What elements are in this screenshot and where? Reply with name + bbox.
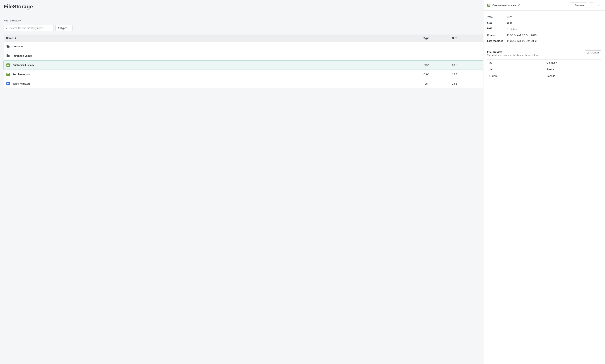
fullscreen-icon [587,52,589,54]
fullscreen-label: Fullscreen [590,52,599,54]
preview-title: File preview [487,51,585,53]
row-name-cell: Purchase Leads [6,54,424,58]
fullscreen-button[interactable]: Fullscreen [585,51,601,55]
row-size-cell: 38 B [452,64,481,66]
search-input[interactable] [4,25,54,31]
svg-rect-3 [7,65,9,66]
meta-size-label: Size [487,21,507,24]
svg-rect-11 [7,84,9,84]
meta-size: Size 38 B [487,20,601,26]
svg-rect-5 [7,74,9,74]
panel-header: Customer-List.csv Download [483,0,605,11]
row-name-label: sales-leads.txt [13,82,30,85]
meta-type-label: Type [487,15,507,18]
preview-row: LucianCanada [487,73,601,79]
preview-cell: Canada [544,73,601,79]
text-file-icon [6,82,10,86]
table-row[interactable]: Purchase Leads [4,51,483,60]
table-row[interactable]: Customer-List.csvCSV38 B [4,61,483,70]
svg-rect-6 [7,74,9,74]
meta-created: Created 11:35:54 AM, 26 Oct, 2023 [487,32,601,38]
panel-filename: Customer-List.csv [492,4,516,7]
row-name-label: Purchases.csv [13,73,30,76]
file-list: ContactsPurchase LeadsCustomer-List.csvC… [4,42,483,88]
preview-table: IraGermanyJieFranceLucianCanada [487,59,601,79]
preview-row: IraGermany [487,60,601,66]
svg-point-18 [591,5,592,5]
row-type-cell: CSV [424,73,452,76]
svg-rect-7 [7,75,9,75]
chevron-down-icon [68,27,70,29]
edit-icon[interactable] [518,4,520,6]
row-name-label: Purchase Leads [13,54,32,57]
svg-rect-20 [511,29,512,29]
download-button[interactable]: Download [570,2,587,8]
preview-cell: Ira [487,60,544,66]
search-wrap [4,25,54,31]
column-header-type[interactable]: Type [424,37,452,39]
table-row[interactable]: Purchases.csvCSV25 B [4,70,483,79]
preview-subtitle: The initial few rows from the file are s… [487,54,585,56]
svg-rect-21 [511,28,512,29]
row-name-cell: sales-leads.txt [6,82,424,86]
sort-ascending-icon [14,37,16,39]
preview-cell: Jie [487,66,544,73]
page-title: FileStorage [4,4,483,14]
copy-path-button[interactable]: Copy [509,27,519,31]
preview-row: JieFrance [487,66,601,73]
csv-file-icon [6,72,10,76]
svg-rect-16 [488,6,490,6]
meta-created-label: Created [487,34,507,37]
folder-icon [6,44,10,49]
row-type-cell: Text [424,82,452,85]
preview-header: File preview The initial few rows from t… [487,51,601,56]
svg-rect-14 [488,4,490,5]
table-row[interactable]: Contacts [4,42,483,51]
more-actions-button[interactable] [589,2,594,8]
more-horizontal-icon [590,4,593,6]
meta-path: Path / Copy [487,26,601,32]
type-filter-dropdown[interactable]: All types [55,25,72,31]
close-icon [597,4,600,6]
csv-file-icon [6,63,10,67]
column-header-size[interactable]: Size [452,37,481,39]
svg-rect-15 [488,5,490,5]
meta-size-value: 38 B [507,21,512,24]
panel-body: Type CSV Size 38 B Path / Copy Created 1… [483,11,605,83]
svg-rect-9 [7,83,9,83]
meta-path-value: / Copy [507,27,519,31]
svg-point-17 [591,5,591,5]
row-size-cell: 13 B [452,82,481,85]
row-name-cell: Contacts [6,44,424,49]
download-label: Download [575,4,585,6]
copy-icon [510,28,512,30]
preview-cell: France [544,66,601,73]
meta-modified-value: 11:35:54 AM, 26 Oct, 2023 [507,39,537,42]
main-content: FileStorage Root directory All types Nam… [0,0,483,364]
preview-cell: Lucian [487,73,544,79]
table-row[interactable]: sales-leads.txtText13 B [4,79,483,88]
row-name-cell: Purchases.csv [6,72,424,76]
svg-rect-2 [7,65,9,65]
meta-path-label: Path [487,27,507,31]
meta-path-text: / [507,27,508,30]
close-panel-button[interactable] [596,2,601,8]
meta-created-value: 11:35:54 AM, 26 Oct, 2023 [507,34,537,37]
meta-modified-label: Last modified [487,39,507,42]
copy-label: Copy [513,28,518,30]
type-filter-label: All types [58,27,67,29]
download-icon [572,4,574,6]
row-type-cell: CSV [424,64,452,66]
svg-rect-10 [7,83,9,84]
row-name-cell: Customer-List.csv [6,63,424,67]
meta-modified: Last modified 11:35:54 AM, 26 Oct, 2023 [487,38,601,44]
column-header-name-label: Name [6,37,13,39]
row-name-label: Customer-List.csv [13,64,34,66]
breadcrumb[interactable]: Root directory [4,19,483,22]
toolbar: All types [4,25,483,31]
column-header-name[interactable]: Name [6,37,424,39]
meta-type: Type CSV [487,14,601,20]
svg-point-19 [592,5,592,5]
row-name-label: Contacts [13,45,23,48]
svg-rect-1 [7,64,9,65]
